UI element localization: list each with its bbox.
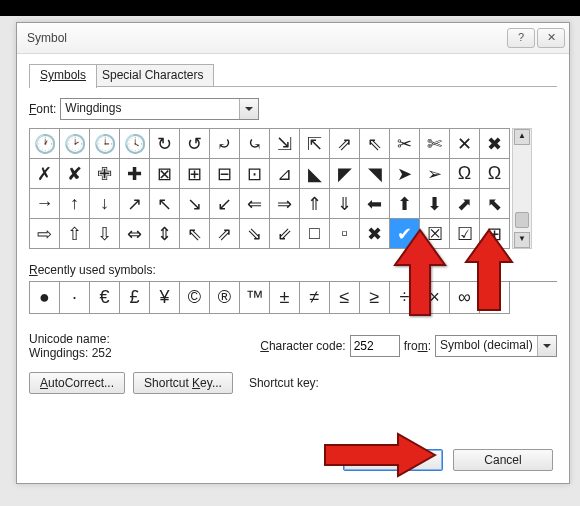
scroll-thumb[interactable] <box>515 212 529 228</box>
autocorrect-button[interactable]: AutoCorrect... <box>29 372 125 394</box>
chevron-down-icon[interactable] <box>537 336 556 356</box>
symbol-cell[interactable]: ↗ <box>120 189 150 219</box>
from-value: Symbol (decimal) <box>436 336 537 356</box>
cancel-button[interactable]: Cancel <box>453 449 553 471</box>
symbol-cell[interactable]: ⇧ <box>60 219 90 249</box>
symbol-cell[interactable]: ⊠ <box>150 159 180 189</box>
symbol-cell[interactable]: 🕐 <box>30 129 60 159</box>
symbol-cell[interactable]: ⊡ <box>240 159 270 189</box>
symbol-cell[interactable]: ⇨ <box>30 219 60 249</box>
symbol-cell[interactable]: ✔ <box>390 219 420 249</box>
tab-symbols[interactable]: Symbols <box>29 64 97 88</box>
recent-cell[interactable]: © <box>180 282 210 314</box>
symbol-cell[interactable]: ↻ <box>150 129 180 159</box>
recent-cell[interactable]: ≥ <box>360 282 390 314</box>
symbol-cell[interactable]: ▫ <box>330 219 360 249</box>
symbol-cell[interactable]: ↓ <box>90 189 120 219</box>
symbol-cell[interactable]: ⬇ <box>420 189 450 219</box>
shortcut-key-button[interactable]: Shortcut Key... <box>133 372 233 394</box>
font-combobox[interactable]: Wingdings <box>60 98 259 120</box>
tab-special-characters[interactable]: Special Characters <box>91 64 214 87</box>
symbol-cell[interactable]: ◥ <box>360 159 390 189</box>
symbol-cell[interactable]: ⬈ <box>450 189 480 219</box>
symbol-cell[interactable]: ⇒ <box>270 189 300 219</box>
symbol-cell[interactable]: ⇗ <box>210 219 240 249</box>
symbol-cell[interactable]: 🕑 <box>60 129 90 159</box>
symbol-cell[interactable]: ⤾ <box>210 129 240 159</box>
recent-cell[interactable]: ∞ <box>450 282 480 314</box>
symbol-cell[interactable]: ➤ <box>390 159 420 189</box>
symbol-cell[interactable]: ⇱ <box>300 129 330 159</box>
symbol-cell[interactable]: □ <box>300 219 330 249</box>
symbol-cell[interactable]: ↘ <box>180 189 210 219</box>
symbol-cell[interactable]: ✗ <box>30 159 60 189</box>
symbol-cell[interactable]: ⬅ <box>360 189 390 219</box>
symbol-cell[interactable]: ✂ <box>390 129 420 159</box>
recent-grid[interactable]: ●·€£¥©®™±≠≤≥÷×∞μ <box>29 281 557 314</box>
symbol-cell[interactable]: ✖ <box>480 129 510 159</box>
symbol-cell[interactable]: ⇗ <box>330 129 360 159</box>
symbol-cell[interactable]: ⇑ <box>300 189 330 219</box>
recent-cell[interactable]: ™ <box>240 282 270 314</box>
from-combobox[interactable]: Symbol (decimal) <box>435 335 557 357</box>
recent-cell[interactable]: € <box>90 282 120 314</box>
scroll-up-button[interactable]: ▲ <box>514 129 530 145</box>
symbol-cell[interactable]: ⇲ <box>270 129 300 159</box>
recent-cell[interactable]: × <box>420 282 450 314</box>
symbol-cell[interactable]: ⇓ <box>330 189 360 219</box>
symbol-cell[interactable]: ↙ <box>210 189 240 219</box>
symbol-cell[interactable]: ↺ <box>180 129 210 159</box>
grid-scrollbar[interactable]: ▲ ▼ <box>512 128 532 249</box>
symbol-cell[interactable]: Ω <box>480 159 510 189</box>
symbol-cell[interactable]: ☒ <box>420 219 450 249</box>
symbol-cell[interactable]: ⊟ <box>210 159 240 189</box>
scroll-down-button[interactable]: ▼ <box>514 232 530 248</box>
symbol-cell[interactable]: ⊿ <box>270 159 300 189</box>
recent-cell[interactable]: ● <box>30 282 60 314</box>
symbol-cell[interactable]: ⇩ <box>90 219 120 249</box>
symbol-cell[interactable]: ⊞ <box>480 219 510 249</box>
symbol-cell[interactable]: ⇕ <box>150 219 180 249</box>
symbol-cell[interactable]: ⇘ <box>240 219 270 249</box>
symbol-cell[interactable]: ☑ <box>450 219 480 249</box>
insert-button[interactable]: Insert <box>343 449 443 471</box>
symbol-cell[interactable]: → <box>30 189 60 219</box>
symbol-cell[interactable]: ⬉ <box>480 189 510 219</box>
symbol-cell[interactable]: ◤ <box>330 159 360 189</box>
symbol-cell[interactable]: ⊞ <box>180 159 210 189</box>
symbol-cell[interactable]: ⇖ <box>360 129 390 159</box>
symbol-cell[interactable]: ✄ <box>420 129 450 159</box>
symbol-cell[interactable]: ⬆ <box>390 189 420 219</box>
symbol-grid[interactable]: 🕐🕑🕒🕓↻↺⤾⤿⇲⇱⇗⇖✂✄✕✖✗✘✙✚⊠⊞⊟⊡⊿◣◤◥➤➢ΩΩ→↑↓↗↖↘↙⇐… <box>29 128 510 249</box>
help-button[interactable]: ? <box>507 28 535 48</box>
symbol-cell[interactable]: 🕓 <box>120 129 150 159</box>
symbol-cell[interactable]: ⇙ <box>270 219 300 249</box>
symbol-cell[interactable]: ✙ <box>90 159 120 189</box>
symbol-cell[interactable]: ⇔ <box>120 219 150 249</box>
close-button[interactable]: ✕ <box>537 28 565 48</box>
recent-cell[interactable]: ¥ <box>150 282 180 314</box>
symbol-cell[interactable]: ✖ <box>360 219 390 249</box>
symbol-cell[interactable]: ⇐ <box>240 189 270 219</box>
symbol-cell[interactable]: Ω <box>450 159 480 189</box>
symbol-cell[interactable]: ⇖ <box>180 219 210 249</box>
symbol-cell[interactable]: 🕒 <box>90 129 120 159</box>
charcode-input[interactable] <box>350 335 400 357</box>
recent-cell[interactable]: ± <box>270 282 300 314</box>
symbol-cell[interactable]: ➢ <box>420 159 450 189</box>
recent-cell[interactable]: μ <box>480 282 510 314</box>
symbol-cell[interactable]: ✚ <box>120 159 150 189</box>
recent-cell[interactable]: · <box>60 282 90 314</box>
recent-cell[interactable]: ≤ <box>330 282 360 314</box>
recent-cell[interactable]: ÷ <box>390 282 420 314</box>
symbol-cell[interactable]: ⤿ <box>240 129 270 159</box>
recent-cell[interactable]: £ <box>120 282 150 314</box>
recent-cell[interactable]: ≠ <box>300 282 330 314</box>
symbol-cell[interactable]: ↖ <box>150 189 180 219</box>
symbol-cell[interactable]: ✕ <box>450 129 480 159</box>
symbol-cell[interactable]: ◣ <box>300 159 330 189</box>
chevron-down-icon[interactable] <box>239 99 258 119</box>
symbol-cell[interactable]: ✘ <box>60 159 90 189</box>
symbol-cell[interactable]: ↑ <box>60 189 90 219</box>
recent-cell[interactable]: ® <box>210 282 240 314</box>
